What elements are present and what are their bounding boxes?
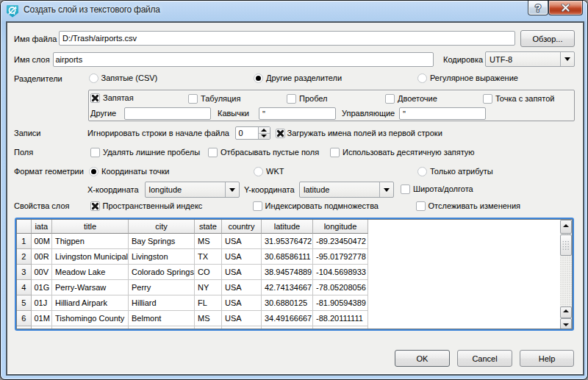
svg-text:?: ? xyxy=(535,2,542,14)
